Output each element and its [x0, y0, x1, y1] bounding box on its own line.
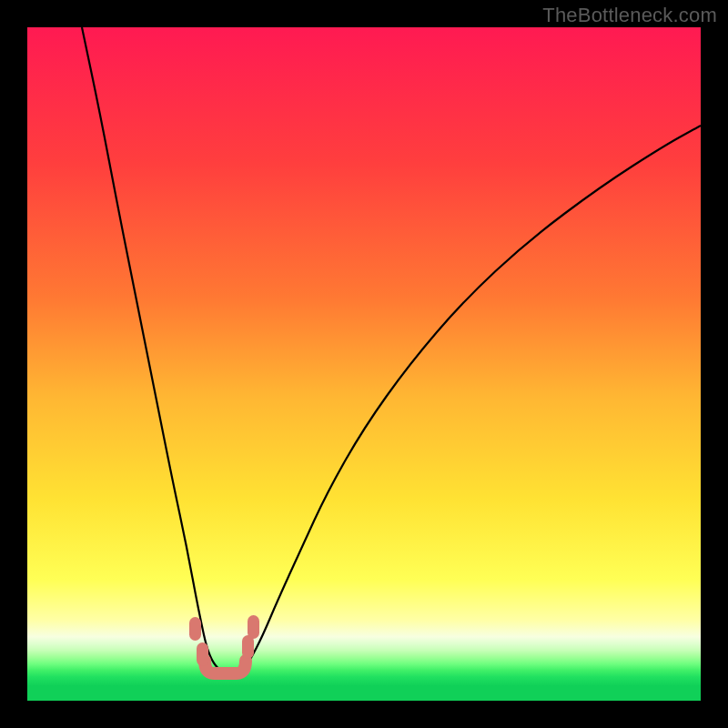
right-curve-marker: [242, 635, 254, 659]
right-curve-marker-2: [248, 615, 259, 639]
bottleneck-curve: [27, 27, 701, 701]
watermark-text: TheBottleneck.com: [542, 4, 717, 27]
left-curve-marker-2: [197, 642, 208, 666]
plot-frame: [27, 27, 701, 701]
optimal-region-marker: [205, 661, 246, 673]
curve-markers: [189, 615, 259, 666]
curve-path: [82, 27, 701, 674]
left-curve-marker: [189, 617, 201, 641]
